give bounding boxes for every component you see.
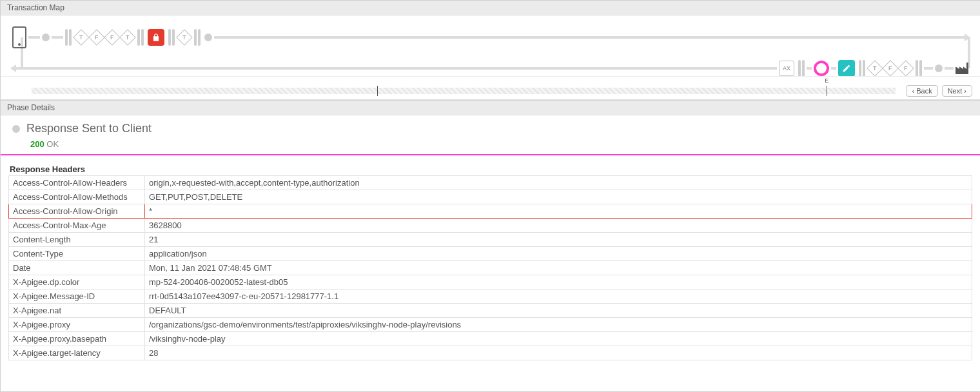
table-row: Content-Length21 [9,233,972,247]
header-key: X-Apigee.proxy.basepath [9,332,145,346]
flow-marker[interactable] [814,61,829,76]
header-value: /viksinghv-node-play [145,332,972,346]
table-row: X-Apigee.dp.colormp-524-200406-0020052-l… [9,275,972,289]
header-key: Access-Control-Allow-Origin [9,204,145,219]
target-server-icon[interactable] [956,63,968,74]
timeline-tick [377,86,378,96]
flow-barrier[interactable] [916,60,922,77]
header-value: 3628800 [145,219,972,233]
timeline-tick-end [827,86,827,96]
assign-message-policy[interactable] [838,60,855,77]
table-row: Access-Control-Allow-Headersorigin,x-req… [9,176,972,190]
status-code: 200 [30,139,44,149]
header-key: Content-Type [9,247,145,261]
flow-policy-T[interactable]: T [119,29,135,45]
timeline-row: ‹ Back Next › [1,76,980,99]
phase-details-header: Phase Details [1,100,980,115]
header-value: Mon, 11 Jan 2021 07:48:45 GMT [145,261,972,275]
flow-policy-F[interactable]: F [882,60,898,76]
timeline[interactable] [32,88,896,94]
header-value: origin,x-requested-with,accept,content-t… [145,176,972,190]
client-icon[interactable] [12,26,26,48]
back-button[interactable]: ‹ Back [906,85,937,97]
flow-policy-F[interactable]: F [897,60,914,76]
table-row: Access-Control-Allow-MethodsGET,PUT,POST… [9,190,972,204]
table-row: Content-Typeapplication/json [9,247,972,261]
header-key: Access-Control-Max-Age [9,219,145,233]
table-row: X-Apigee.proxy/organizations/gsc-demo/en… [9,318,972,332]
header-key: X-Apigee.nat [9,304,145,318]
flow-policy-F[interactable]: F [88,29,104,45]
table-row: X-Apigee.proxy.basepath/viksinghv-node-p… [9,332,972,346]
flow-policy-T[interactable]: T [867,60,883,76]
content-pane[interactable]: Response Headers Access-Control-Allow-He… [1,155,980,360]
transaction-map-header: Transaction Map [1,0,980,15]
status-text: OK [46,139,59,149]
table-row: X-Apigee.target-latency28 [9,346,972,360]
header-key: Access-Control-Allow-Headers [9,176,145,190]
flow-barrier[interactable] [798,60,805,77]
table-row: DateMon, 11 Jan 2021 07:48:45 GMT [9,261,972,275]
header-key: Date [9,261,145,275]
header-key: X-Apigee.dp.color [9,275,145,289]
header-value: * [145,204,972,219]
header-key: Content-Length [9,233,145,247]
header-key: Access-Control-Allow-Methods [9,190,145,204]
header-value: /organizations/gsc-demo/environments/tes… [145,318,972,332]
flow-barrier[interactable] [859,60,865,77]
flow-policy-T[interactable]: T [73,29,89,45]
phase-details-title: Phase Details [7,103,55,112]
arrow-right-icon [965,34,970,41]
table-row: X-Apigee.natDEFAULT [9,304,972,318]
status-line: 200 OK [30,139,971,149]
next-button[interactable]: Next › [942,85,972,97]
ax-policy[interactable]: AX [779,61,794,76]
request-flow-row: T F F T T [10,27,970,48]
flow-barrier[interactable] [194,29,201,46]
header-value: DEFAULT [145,304,972,318]
table-row: Access-Control-Max-Age3628800 [9,219,972,233]
phase-details-body: Response Sent to Client 200 OK [1,115,980,154]
lock-icon [152,33,161,42]
flow-policy-T[interactable]: T [176,29,192,45]
header-value: 21 [145,233,972,247]
header-key: X-Apigee.Message-ID [9,289,145,304]
flow-dot[interactable] [42,34,50,41]
phase-title: Response Sent to Client [26,122,152,135]
table-row: X-Apigee.Message-IDrrt-0d5143a107ee43097… [9,289,972,304]
table-row: Access-Control-Allow-Origin* [9,204,972,219]
phase-dot-icon [12,125,20,133]
flow-dot[interactable] [935,64,943,72]
flow-barrier[interactable] [137,29,144,46]
transaction-map: T F F T T F F T [1,15,980,100]
response-headers-title: Response Headers [10,164,972,174]
flow-dot[interactable] [204,34,212,41]
header-value: rrt-0d5143a107ee43097-c-eu-20571-1298177… [145,289,972,304]
security-policy[interactable] [148,29,164,46]
header-value: 28 [145,346,972,360]
flow-policy-F[interactable]: F [104,29,120,45]
header-value: application/json [145,247,972,261]
header-value: mp-524-200406-0020052-latest-db05 [145,275,972,289]
flow-barrier[interactable] [168,29,175,46]
header-key: X-Apigee.target-latency [9,346,145,360]
header-value: GET,PUT,POST,DELETE [145,190,972,204]
transaction-map-title: Transaction Map [7,3,64,12]
pencil-icon [842,64,851,73]
flow-barrier[interactable] [65,29,72,46]
response-headers-table: Access-Control-Allow-Headersorigin,x-req… [8,175,972,360]
header-key: X-Apigee.proxy [9,318,145,332]
